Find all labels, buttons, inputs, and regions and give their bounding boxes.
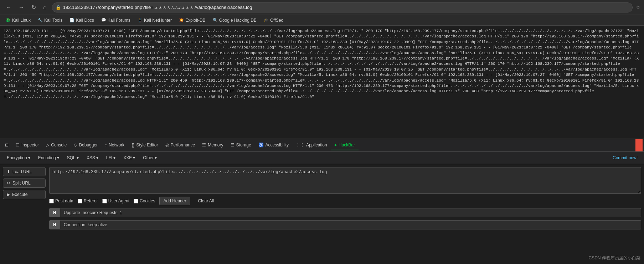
tab-console[interactable]: ▷ Console [42,140,70,150]
execute-icon: ▶ [7,192,10,197]
referer-checkbox[interactable] [78,199,82,203]
menu-encoding[interactable]: Encoding ▾ [35,154,62,162]
load-url-button[interactable]: ⬆ Load URL [3,167,46,176]
home-button[interactable]: ⌂ [41,3,49,12]
bookmark-kali-tools[interactable]: 🔧 Kali Tools [35,17,65,24]
browser-chrome: ← → ↻ ⌂ 🔒 192.168.239.177/company/starte… [0,0,644,15]
execute-button[interactable]: ▶ Execute [3,190,46,199]
tab-hackbar-label: HackBar [339,143,355,147]
bookmarks-bar: 🐉 Kali Linux 🔧 Kali Tools 📄 Kali Docs 💬 … [0,15,644,26]
tab-performance[interactable]: ◎ Performance [162,140,199,150]
bookmark-star-button[interactable]: ☆ [635,4,640,11]
user-agent-checkbox[interactable] [102,199,107,203]
exploit-db-icon: 💥 [179,18,184,22]
menu-xxe-label: XXE [123,155,132,160]
hackbar-body: ⬆ Load URL ✂ Split URL ▶ Execute [0,164,644,264]
bookmark-exploit-db[interactable]: 💥 Exploit-DB [176,17,208,24]
cookies-checkbox-label[interactable]: Cookies [134,198,155,203]
user-agent-checkbox-label[interactable]: User Agent [102,198,129,203]
menu-sql-label: SQL [67,155,76,160]
bookmark-kali-docs-label: Kali Docs [76,18,94,23]
tab-network[interactable]: ↕ Network [101,140,128,150]
memory-icon: ☷ [202,143,206,147]
bookmark-kali-nethunter-label: Kali NetHunter [144,18,172,23]
kali-nethunter-icon: 📱 [138,18,143,22]
menu-other[interactable]: Other ▾ [140,154,160,162]
back-button[interactable]: ← [4,3,14,12]
clear-all-button[interactable]: Clear All [195,197,218,205]
header-value-upgrade: Upgrade-Insecure-Requests: 1 [60,208,641,217]
hackbar-menu-bar: Encryption ▾ Encoding ▾ SQL ▾ XSS ▾ LFI … [0,152,644,164]
debugger-icon: ◇ [74,143,77,147]
menu-encoding-label: Encoding [38,155,56,160]
tab-storage[interactable]: ☰ Storage [227,140,255,150]
other-chevron-icon: ▾ [155,155,157,160]
header-badge-upgrade: H [50,208,60,217]
header-badge-connection: H [50,221,60,229]
bookmark-offsec[interactable]: 🎓 OffSec [261,17,286,24]
performance-icon: ◎ [165,143,169,147]
page-text: 123 192.168.239.131 - - [01/May/2023:19:… [4,29,640,100]
devtools-close-button[interactable] [635,139,643,152]
network-icon: ↕ [105,143,107,147]
kali-linux-icon: 🐉 [6,18,11,22]
tab-memory[interactable]: ☷ Memory [199,140,227,150]
xss-chevron-icon: ▾ [96,155,98,160]
page-content: 123 192.168.239.131 - - [01/May/2023:19:… [0,26,644,139]
tab-network-label: Network [109,143,124,147]
address-bar[interactable]: 🔒 192.168.239.177/company/started.php?fi… [52,2,633,12]
url-input[interactable] [49,167,641,194]
console-icon: ▷ [46,143,49,147]
execute-label: Execute [12,192,27,197]
menu-xxe[interactable]: XXE ▾ [120,154,138,162]
lock-icon: 🔒 [56,5,61,10]
referer-label: Referer [84,198,98,203]
post-data-checkbox[interactable] [49,199,54,203]
menu-lfi[interactable]: LFI ▾ [103,154,119,162]
menu-lfi-label: LFI [106,155,112,160]
add-header-button[interactable]: Add Header [159,197,190,205]
tab-inspector[interactable]: ☐ Inspector [12,140,42,150]
bookmark-exploit-db-label: Exploit-DB [185,18,206,23]
split-url-label: Split URL [12,181,31,186]
menu-xss[interactable]: XSS ▾ [83,154,102,162]
referer-checkbox-label[interactable]: Referer [78,198,98,203]
kali-forums-icon: 💬 [101,18,106,22]
bookmark-kali-forums-label: Kali Forums [108,18,130,23]
cookies-checkbox[interactable] [134,199,138,203]
tab-debugger[interactable]: ◇ Debugger [70,140,101,150]
hackbar-sidebar: ⬆ Load URL ✂ Split URL ▶ Execute [3,167,46,261]
menu-sql[interactable]: SQL ▾ [64,154,82,162]
bookmark-kali-nethunter[interactable]: 📱 Kali NetHunter [135,17,175,24]
post-data-checkbox-label[interactable]: Post data [49,198,73,203]
load-url-icon: ⬆ [7,169,10,174]
menu-other-label: Other [143,155,154,160]
commit-now-button[interactable]: Commit now! [610,154,640,161]
tab-application[interactable]: ⋮⋮ Application [292,140,331,150]
split-url-button[interactable]: ✂ Split URL [3,178,46,188]
menu-encryption[interactable]: Encryption ▾ [4,154,34,162]
tab-hackbar[interactable]: ● HackBar [331,140,359,150]
load-url-label: Load URL [12,169,32,174]
bookmark-google-hacking[interactable]: 🔍 Google Hacking DB [210,17,259,24]
bookmark-kali-docs[interactable]: 📄 Kali Docs [67,17,97,24]
bookmark-kali-linux-label: Kali Linux [12,18,31,23]
inspector-icon: ☐ [16,143,20,147]
bookmark-kali-linux[interactable]: 🐉 Kali Linux [3,17,34,24]
tab-style-editor[interactable]: {} Style Editor [128,140,161,150]
bookmark-kali-forums[interactable]: 💬 Kali Forums [98,17,133,24]
hackbar-options-row: Post data Referer User Agent Cookies A [49,197,641,205]
csdn-watermark: CSDN @程序员届的小白菜 [588,255,640,261]
url-display: 192.168.239.177/company/started.php?file… [63,5,629,10]
hackbar-dot-icon: ● [334,143,337,147]
tab-accessibility[interactable]: ♿ Accessibility [255,140,292,150]
refresh-button[interactable]: ↻ [29,2,38,12]
menu-xss-label: XSS [87,155,95,160]
tab-style-editor-label: Style Editor [136,143,158,147]
header-value-connection: Connection: keep-alive [60,221,641,229]
bookmark-offsec-label: OffSec [270,18,283,23]
tab-picker[interactable]: ⊡ [1,140,12,150]
split-url-icon: ✂ [7,181,10,186]
header-row-connection: H Connection: keep-alive [49,220,641,229]
forward-button[interactable]: → [16,3,26,12]
